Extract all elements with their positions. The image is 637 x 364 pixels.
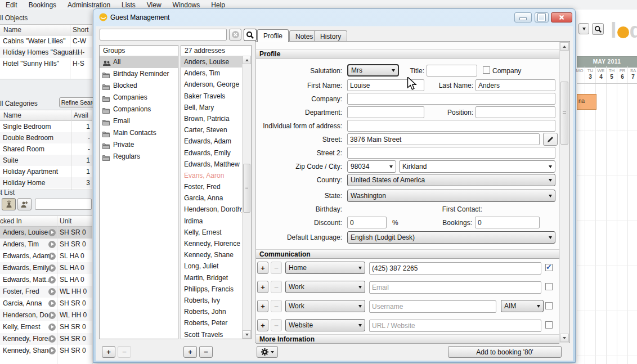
discount-field[interactable] (347, 217, 387, 228)
address-item[interactable]: Kelly, Ernest (181, 227, 243, 238)
add-to-booking-button[interactable]: Add to booking '80' (448, 346, 562, 358)
contact-type-select[interactable]: Work (285, 300, 365, 312)
address-item[interactable]: Edwards, Adam (181, 136, 243, 147)
group-item-companies[interactable]: Companies (100, 92, 178, 104)
table-row[interactable]: Suite 1 (0, 155, 92, 166)
calendar-search-button[interactable] (592, 23, 604, 35)
address-item[interactable]: Roberts, Peter (181, 317, 243, 329)
table-row[interactable]: Double Bedroom - (0, 132, 92, 143)
add-group-button[interactable]: + (102, 346, 115, 358)
detail-arrow-icon[interactable] (48, 241, 56, 248)
table-row[interactable]: Edwards, Emily SL HA 0 (0, 262, 92, 274)
remove-address-button[interactable]: − (199, 346, 213, 358)
scrollbar-thumb[interactable] (243, 164, 250, 213)
address-item[interactable]: Roberts, John (181, 306, 243, 317)
add-contact-button[interactable]: + (257, 262, 268, 274)
position-field[interactable] (475, 106, 555, 118)
table-row[interactable]: Hotel "Sunny Hills" H-S (0, 58, 92, 69)
contact-value-input[interactable] (369, 262, 541, 275)
scrollbar-thumb[interactable] (560, 82, 568, 145)
tab-profile[interactable]: Profile (257, 29, 289, 42)
address-item[interactable]: Carter, Steven (181, 124, 243, 136)
address-item[interactable]: Foster, Fred (181, 181, 243, 192)
street-field[interactable] (347, 133, 540, 145)
table-row[interactable]: Kelly, Ernest SH SR 0 (0, 321, 92, 333)
remove-group-button[interactable]: − (118, 346, 131, 358)
address-item[interactable]: Scott Travels (181, 329, 243, 340)
remove-contact-button[interactable]: − (271, 300, 282, 312)
group-item-private[interactable]: Private (100, 139, 178, 151)
contact-value-input[interactable] (369, 281, 541, 294)
menu-item-lists[interactable]: Lists (116, 1, 141, 9)
minimize-button[interactable] (514, 12, 532, 23)
address-item[interactable]: Garcia, Anna (181, 192, 243, 204)
menu-item-windows[interactable]: Windows (167, 1, 206, 9)
zip-combobox[interactable]: 98034 (347, 160, 396, 173)
window-titlebar[interactable]: Guest Management (93, 9, 575, 26)
calendar-day[interactable]: FR 6 (617, 66, 628, 364)
add-contact-button[interactable]: + (257, 300, 268, 312)
menu-item-bookings[interactable]: Bookings (23, 1, 62, 9)
address-item[interactable]: Kennedy, Shane (181, 249, 243, 260)
scroll-up-button[interactable] (243, 56, 251, 64)
detail-arrow-icon[interactable] (48, 253, 56, 260)
address-item[interactable]: Irdima (181, 215, 243, 227)
scroll-down-button[interactable] (243, 330, 251, 339)
edit-address-button[interactable] (543, 133, 558, 146)
group-item-main-contacts[interactable]: Main Contacts (100, 127, 178, 139)
menu-item-administration[interactable]: Administration (62, 1, 116, 9)
calendar-day[interactable]: SA 7 (628, 66, 637, 364)
menu-item-help[interactable]: Help (205, 1, 231, 9)
table-row[interactable]: Garcia, Anna SH SR 0 (0, 298, 92, 309)
remove-contact-button[interactable]: − (271, 319, 282, 331)
detail-arrow-icon[interactable] (48, 347, 56, 354)
detail-arrow-icon[interactable] (48, 300, 56, 307)
last-name-field[interactable] (475, 79, 555, 91)
detail-arrow-icon[interactable] (48, 288, 56, 295)
messenger-service-select[interactable]: AIM (501, 300, 544, 312)
table-row[interactable]: Edwards, Matt... SL HA 0 (0, 274, 92, 286)
group-item-all[interactable]: All (100, 56, 178, 68)
table-row[interactable]: Anders, Louise SH SR 0 (0, 227, 92, 239)
address-item[interactable]: Kennedy, Florence (181, 238, 243, 249)
scroll-up-button[interactable] (560, 42, 569, 51)
table-row[interactable]: Henderson, Do... WL HH 0 (0, 309, 92, 321)
search-input[interactable] (100, 29, 227, 41)
address-item[interactable]: Evans, Aaron (181, 170, 243, 181)
actions-gear-button[interactable] (257, 346, 278, 358)
remove-contact-button[interactable]: − (271, 262, 282, 274)
table-row[interactable]: Holiday Homes "Saguar... HH- (0, 47, 92, 58)
country-select[interactable]: United States of America (347, 174, 555, 186)
detail-arrow-icon[interactable] (48, 229, 56, 236)
table-row[interactable]: Kennedy, Shane SH SR 0 (0, 345, 92, 357)
table-row[interactable]: Anders, Tim SH SR 0 (0, 239, 92, 250)
address-item[interactable]: Henderson, Dorothy (181, 204, 243, 215)
detail-arrow-icon[interactable] (48, 335, 56, 343)
table-row[interactable]: Edwards, Adam SL HA 0 (0, 250, 92, 262)
contact-default-checkbox[interactable] (545, 321, 553, 329)
table-row[interactable]: Single Bedroom 1 (0, 121, 92, 132)
table-row[interactable]: Holiday Apartment 1 (0, 166, 92, 177)
table-row[interactable]: Holiday Home 3 (0, 177, 92, 188)
remove-contact-button[interactable]: − (271, 281, 282, 293)
table-row[interactable]: Foster, Fred WL HH 0 (0, 286, 92, 298)
address-item[interactable]: Roberts, Ivy (181, 295, 243, 306)
address-item[interactable]: Baker Travels (181, 91, 243, 102)
title-field[interactable] (427, 65, 477, 77)
contact-value-input[interactable] (369, 300, 496, 313)
group-item-email[interactable]: Email (100, 115, 178, 127)
city-combobox[interactable]: Kirkland (399, 160, 555, 173)
clear-search-button[interactable] (229, 29, 241, 41)
individual-address-field[interactable] (347, 120, 555, 132)
group-item-birthday-reminder[interactable]: Birthday Reminder (100, 68, 178, 80)
street2-field[interactable] (347, 147, 555, 159)
contact-type-select[interactable]: Home (285, 262, 365, 274)
menu-item-view[interactable]: View (141, 1, 167, 9)
detail-arrow-icon[interactable] (48, 276, 56, 284)
company-checkbox[interactable] (483, 66, 490, 74)
address-item[interactable]: Brown, Patricia (181, 113, 243, 124)
search-button[interactable] (244, 29, 257, 41)
contact-value-input[interactable] (369, 320, 541, 332)
group-item-regulars[interactable]: Regulars (100, 151, 178, 163)
add-guest-button[interactable] (17, 198, 32, 210)
